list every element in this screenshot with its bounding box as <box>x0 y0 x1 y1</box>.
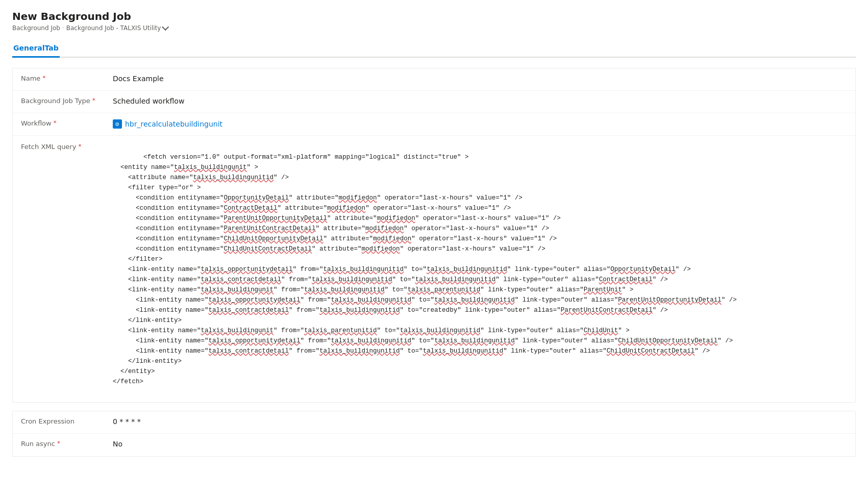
bg-job-type-value: Scheduled workflow <box>113 96 847 105</box>
tabs-bar: GeneralTab <box>12 40 856 58</box>
bg-job-type-label: Background Job Type * <box>21 96 113 105</box>
fetch-xml-required-star: * <box>78 143 81 150</box>
name-row: Name * Docs Example <box>13 68 855 91</box>
breadcrumb-sep1: · <box>62 24 64 32</box>
name-value: Docs Example <box>113 73 847 83</box>
run-async-row: Run async * No <box>13 434 855 456</box>
name-label: Name * <box>21 73 113 82</box>
breadcrumb: Background Job · Background Job - TALXIS… <box>12 24 856 32</box>
bg-job-type-required-star: * <box>92 97 95 104</box>
run-async-value: No <box>113 439 847 448</box>
tab-general[interactable]: GeneralTab <box>12 40 60 58</box>
page-title: New Background Job <box>12 10 856 22</box>
workflow-required-star: * <box>54 119 57 127</box>
name-required-star: * <box>42 75 45 82</box>
breadcrumb-part1: Background Job <box>12 24 60 32</box>
run-async-required-star: * <box>57 440 60 447</box>
workflow-value: ⚙ hbr_recalculatebuildingunit <box>113 118 847 129</box>
cron-label: Cron Expression <box>21 416 113 425</box>
chevron-down-icon <box>162 23 169 31</box>
page-header: New Background Job Background Job · Back… <box>12 10 856 32</box>
breadcrumb-dropdown[interactable]: Background Job - TALXIS Utility <box>66 24 167 32</box>
bg-job-type-row: Background Job Type * Scheduled workflow <box>13 91 855 113</box>
fetch-xml-value: <fetch version="1.0" output-format="xml-… <box>113 141 847 397</box>
cron-value: 0 * * * * <box>113 416 847 426</box>
general-section: Name * Docs Example Background Job Type … <box>12 68 856 403</box>
run-async-label: Run async * <box>21 439 113 448</box>
workflow-icon: ⚙ <box>113 119 122 129</box>
cron-row: Cron Expression 0 * * * * <box>13 411 855 434</box>
workflow-row: Workflow * ⚙ hbr_recalculatebuildingunit <box>13 113 855 136</box>
page-container: New Background Job Background Job · Back… <box>0 0 868 496</box>
schedule-section: Cron Expression 0 * * * * Run async * No <box>12 411 856 457</box>
fetch-xml-row: Fetch XML query * <fetch version="1.0" o… <box>13 136 855 402</box>
breadcrumb-part2: Background Job - TALXIS Utility <box>66 24 161 32</box>
workflow-label: Workflow * <box>21 118 113 127</box>
workflow-link[interactable]: ⚙ hbr_recalculatebuildingunit <box>113 119 847 129</box>
fetch-xml-label: Fetch XML query * <box>21 141 113 151</box>
